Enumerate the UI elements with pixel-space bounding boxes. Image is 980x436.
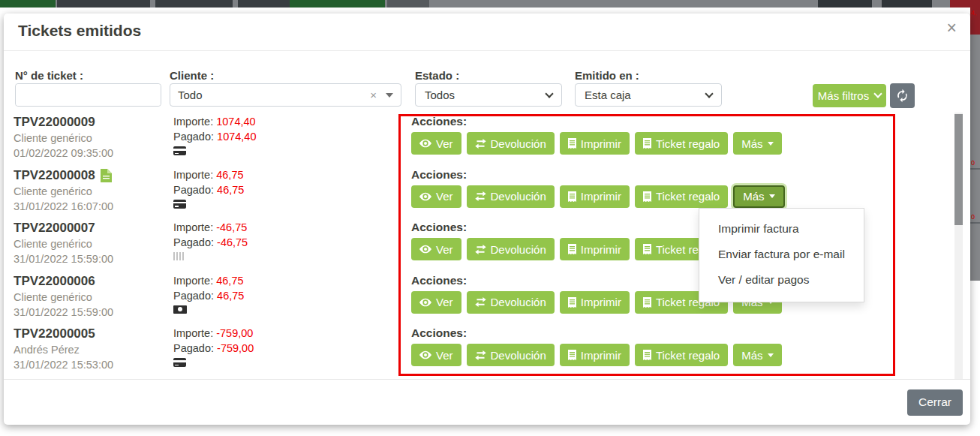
importe-label: Importe: xyxy=(173,221,213,233)
eye-icon xyxy=(419,350,431,359)
tickets-modal: Tickets emitidos × N° de ticket : Client… xyxy=(4,14,970,425)
ticket-number: TPV22000009 xyxy=(14,114,173,131)
chevron-down-icon xyxy=(874,89,882,98)
ver-button[interactable]: Ver xyxy=(411,185,461,208)
ticket-datetime: 31/01/2022 16:07:00 xyxy=(14,199,173,214)
ticket-info: TPV22000005 Andrés Pérez 31/01/2022 15:5… xyxy=(14,326,173,377)
ticket-client: Cliente genérico xyxy=(14,131,173,146)
eye-icon xyxy=(419,298,431,307)
importe-value: 46,75 xyxy=(216,169,243,181)
ver-button[interactable]: Ver xyxy=(411,132,461,155)
status-select-value: Todos xyxy=(425,89,455,101)
bg-tab xyxy=(238,0,290,8)
ticket-info: TPV22000007 Cliente genérico 31/01/2022 … xyxy=(14,220,173,273)
scrollbar-track[interactable] xyxy=(954,113,963,380)
bg-tab xyxy=(818,0,872,8)
ver-button[interactable]: Ver xyxy=(411,291,461,314)
pagado-label: Pagado: xyxy=(173,342,214,354)
client-select[interactable]: Todo × xyxy=(170,83,401,107)
devolucion-button[interactable]: Devolución xyxy=(467,238,555,260)
receipt-icon xyxy=(643,138,651,149)
close-icon[interactable]: × xyxy=(947,18,957,38)
credit-card-icon xyxy=(173,146,186,155)
chevron-down-icon xyxy=(705,89,713,98)
money-bill-icon xyxy=(173,305,187,314)
ticket-row: TPV22000005 Andrés Pérez 31/01/2022 15:5… xyxy=(14,326,954,377)
ticket-number: TPV22000005 xyxy=(14,326,173,342)
ticket-regalo-button[interactable]: Ticket regalo xyxy=(635,344,728,366)
ticket-regalo-button[interactable]: Ticket regalo xyxy=(635,132,728,155)
chevron-down-icon xyxy=(545,89,553,98)
devolucion-button[interactable]: Devolución xyxy=(467,132,555,155)
pagado-value: 46,75 xyxy=(217,184,244,196)
status-select[interactable]: Todos xyxy=(415,83,562,107)
ticket-datetime: 31/01/2022 15:53:00 xyxy=(14,357,173,372)
menu-item-imprimir-factura[interactable]: Imprimir factura xyxy=(699,216,864,242)
cerrar-button[interactable]: Cerrar xyxy=(907,389,963,416)
imprimir-button[interactable]: Imprimir xyxy=(560,185,630,208)
ticket-client: Andrés Pérez xyxy=(14,342,173,357)
issued-in-select[interactable]: Esta caja xyxy=(575,83,722,107)
imprimir-button[interactable]: Imprimir xyxy=(560,132,630,155)
mas-button-active[interactable]: Más xyxy=(733,185,784,208)
ticket-number-label: N° de ticket : xyxy=(15,69,83,82)
imprimir-button[interactable]: Imprimir xyxy=(560,344,630,366)
actions-label: Acciones: xyxy=(411,274,954,287)
devolucion-button[interactable]: Devolución xyxy=(467,291,555,314)
mas-button[interactable]: Más xyxy=(733,132,781,155)
eye-icon xyxy=(419,192,431,201)
background-text-fragment: 0 xyxy=(971,214,975,221)
ticket-number-input[interactable] xyxy=(16,84,161,106)
importe-value: -46,75 xyxy=(216,221,247,233)
devolucion-button[interactable]: Devolución xyxy=(467,185,555,208)
background-tab-strip xyxy=(0,0,980,8)
ticket-amounts: Importe: 46,75 Pagado: 46,75 xyxy=(173,167,402,221)
ver-button[interactable]: Ver xyxy=(411,344,461,366)
receipt-icon xyxy=(568,297,576,308)
background-divider xyxy=(970,222,980,224)
imprimir-button[interactable]: Imprimir xyxy=(560,238,630,260)
bg-tab xyxy=(155,0,233,8)
background-text-fragment: 4, xyxy=(971,10,977,17)
receipt-icon xyxy=(643,191,651,202)
mas-button[interactable]: Más xyxy=(733,344,781,366)
ticket-client: Cliente genérico xyxy=(14,290,173,305)
caret-down-icon xyxy=(769,194,775,198)
ticket-actions: Acciones: Ver Devolución Imprimir Ticket… xyxy=(402,326,954,377)
imprimir-button[interactable]: Imprimir xyxy=(560,291,630,314)
menu-item-enviar-factura[interactable]: Enviar factura por e-mail xyxy=(699,242,864,267)
bg-tab xyxy=(290,0,385,8)
ver-button[interactable]: Ver xyxy=(411,238,461,260)
scrollbar-thumb[interactable] xyxy=(954,114,963,225)
client-label: Cliente : xyxy=(170,69,214,82)
eye-icon xyxy=(419,245,431,254)
menu-item-ver-editar-pagos[interactable]: Ver / editar pagos xyxy=(699,267,864,293)
devolucion-button[interactable]: Devolución xyxy=(467,344,555,366)
exchange-icon xyxy=(475,297,486,307)
client-select-value: Todo xyxy=(178,89,203,101)
bg-tab xyxy=(57,0,150,8)
modal-header: Tickets emitidos × xyxy=(4,14,970,51)
caret-down-icon xyxy=(768,353,774,357)
dropdown-arrow-icon[interactable] xyxy=(386,93,393,98)
refresh-button[interactable] xyxy=(890,83,915,108)
issued-in-select-value: Esta caja xyxy=(585,89,631,101)
importe-value: 1074,40 xyxy=(216,116,255,128)
modal-title: Tickets emitidos xyxy=(18,22,141,40)
caret-down-icon xyxy=(768,142,774,146)
ticket-client: Cliente genérico xyxy=(14,184,173,199)
actions-label: Acciones: xyxy=(411,326,954,340)
mas-dropdown-menu: Imprimir factura Enviar factura por e-ma… xyxy=(699,208,864,302)
clear-selection-icon[interactable]: × xyxy=(370,89,377,101)
ticket-actions: Acciones: Ver Devolución Imprimir Ticket… xyxy=(402,273,954,326)
ticket-actions: Acciones: Ver Devolución Imprimir Ticket… xyxy=(402,220,954,273)
ticket-amounts: Importe: -759,00 Pagado: -759,00 xyxy=(173,326,402,377)
pagado-label: Pagado: xyxy=(173,131,214,143)
receipt-icon xyxy=(568,138,576,149)
more-filters-button[interactable]: Más filtros xyxy=(813,84,886,107)
ticket-datetime: 01/02/2022 09:35:00 xyxy=(14,146,173,161)
actions-label: Acciones: xyxy=(411,168,954,182)
ticket-regalo-button[interactable]: Ticket regalo xyxy=(635,185,728,208)
pagado-value: -46,75 xyxy=(217,236,248,248)
receipt-icon xyxy=(643,350,651,360)
